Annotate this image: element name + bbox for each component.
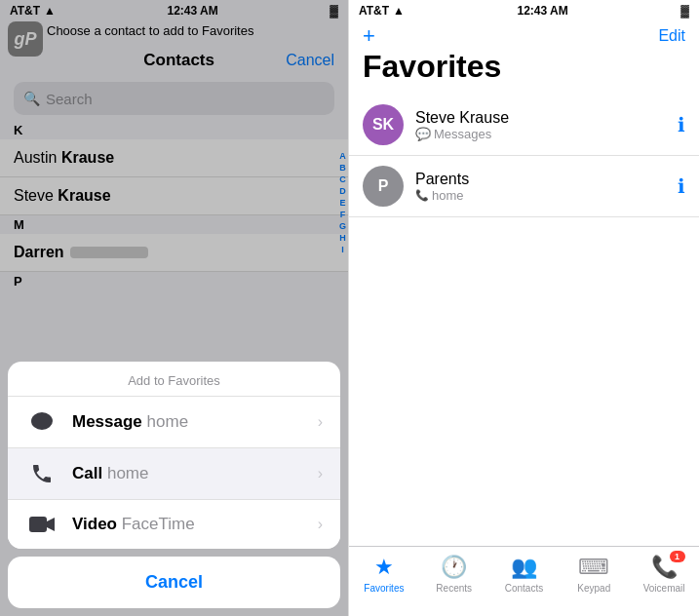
- favorites-nav: + Edit: [349, 21, 699, 49]
- action-row-call-text: Call home: [72, 464, 304, 483]
- tab-recents[interactable]: 🕐 Recents: [419, 555, 489, 594]
- keypad-tab-label: Keypad: [577, 583, 610, 594]
- list-item[interactable]: P Parents 📞 home ℹ: [349, 156, 699, 217]
- tab-contacts[interactable]: 👥 Contacts: [489, 555, 560, 594]
- info-button-sk[interactable]: ℹ: [678, 113, 685, 136]
- left-panel: AT&T ▲ 12:43 AM ▓ gP Choose a contact to…: [0, 0, 349, 616]
- action-sheet-card: Add to Favorites Message home › Call: [8, 362, 340, 549]
- right-battery-icon: ▓: [680, 4, 689, 18]
- fav-name-p: Parents: [415, 171, 666, 188]
- right-wifi-icon: ▲: [393, 4, 405, 18]
- right-status-time: 12:43 AM: [518, 4, 568, 18]
- avatar-p: P: [363, 166, 404, 207]
- video-icon: [25, 514, 58, 535]
- recents-tab-label: Recents: [436, 583, 472, 594]
- favorites-list: SK Steve Krause 💬 Messages ℹ P Parents 📞…: [349, 95, 699, 546]
- fav-detail-sk-text: Messages: [434, 127, 491, 141]
- fav-name-sk: Steve Krause: [415, 109, 666, 127]
- messages-icon: 💬: [415, 127, 431, 141]
- fav-detail-p: 📞 home: [415, 188, 666, 203]
- voicemail-badge-wrap: 📞 1: [651, 555, 678, 580]
- chevron-down-icon-3: ›: [318, 516, 323, 533]
- fav-detail-sk: 💬 Messages: [415, 127, 666, 141]
- right-carrier-text: AT&T: [359, 4, 389, 18]
- svg-point-0: [31, 412, 53, 430]
- list-item[interactable]: SK Steve Krause 💬 Messages ℹ: [349, 95, 699, 156]
- svg-marker-3: [47, 518, 55, 531]
- tab-keypad[interactable]: ⌨ Keypad: [559, 555, 629, 594]
- svg-rect-2: [29, 517, 47, 532]
- action-row-message[interactable]: Message home ›: [8, 397, 340, 448]
- chevron-down-icon: ›: [318, 413, 323, 431]
- tab-favorites[interactable]: ★ Favorites: [349, 555, 419, 594]
- action-sheet-cancel-button[interactable]: Cancel: [8, 557, 340, 608]
- action-row-call[interactable]: Call home ›: [8, 448, 340, 500]
- fav-detail-p-text: home: [432, 188, 464, 203]
- message-icon: [25, 410, 58, 434]
- edit-favorites-button[interactable]: Edit: [658, 27, 685, 45]
- tab-voicemail[interactable]: 📞 1 Voicemail: [629, 555, 699, 594]
- fav-info-p: Parents 📞 home: [415, 171, 666, 203]
- voicemail-badge: 1: [670, 551, 685, 562]
- recents-tab-icon: 🕐: [441, 555, 467, 580]
- fav-info-sk: Steve Krause 💬 Messages: [415, 109, 666, 141]
- chevron-down-icon-2: ›: [318, 465, 323, 482]
- action-sheet-title: Add to Favorites: [8, 362, 340, 397]
- keypad-tab-icon: ⌨: [578, 555, 609, 580]
- right-panel: AT&T ▲ 12:43 AM ▓ + Edit Favorites SK St…: [349, 0, 699, 616]
- action-row-message-text: Message home: [72, 412, 304, 432]
- right-status-bar: AT&T ▲ 12:43 AM ▓: [349, 0, 699, 21]
- favorites-title-row: Favorites: [349, 49, 699, 95]
- action-row-video[interactable]: Video FaceTime ›: [8, 500, 340, 549]
- contacts-tab-label: Contacts: [505, 583, 543, 594]
- info-button-p[interactable]: ℹ: [678, 174, 685, 198]
- voicemail-tab-label: Voicemail: [643, 583, 685, 594]
- avatar-sk: SK: [363, 104, 404, 145]
- call-icon: [25, 462, 58, 485]
- favorites-tab-label: Favorites: [364, 583, 404, 594]
- favorites-tab-icon: ★: [374, 555, 394, 580]
- tab-bar: ★ Favorites 🕐 Recents 👥 Contacts ⌨ Keypa…: [349, 546, 699, 616]
- action-row-video-text: Video FaceTime: [72, 515, 304, 534]
- add-favorite-button[interactable]: +: [363, 25, 375, 47]
- favorites-title: Favorites: [363, 49, 685, 85]
- right-status-battery: ▓: [680, 4, 689, 18]
- action-sheet: Add to Favorites Message home › Call: [0, 362, 348, 616]
- right-status-carrier: AT&T ▲: [359, 4, 405, 18]
- phone-icon: 📞: [415, 189, 429, 202]
- contacts-tab-icon: 👥: [511, 555, 537, 580]
